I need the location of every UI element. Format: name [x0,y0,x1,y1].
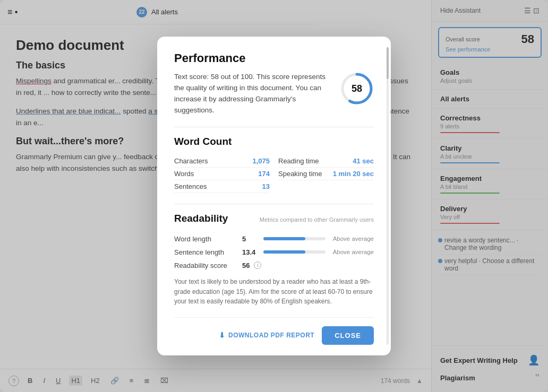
readability-note: Your text is likely to be understood by … [174,277,374,307]
divider-2 [174,204,374,204]
characters-label: Characters [174,157,208,165]
words-label: Words [174,170,194,178]
speaking-time-label: Speaking time [278,170,322,178]
speaking-time-value: 1 min 20 sec [333,170,374,178]
sentence-length-fill [263,250,305,254]
download-icon: ⬇ [219,331,226,339]
stats-left: Characters 1,075 Words 174 Sentences 13 [174,155,270,193]
score-number: 58 [352,83,362,94]
stat-speaking-time: Speaking time 1 min 20 sec [278,168,374,180]
reading-time-label: Reading time [278,157,319,165]
metrics-note: Metrics compared to other Grammarly user… [260,216,374,223]
sentence-length-above: Above average [333,249,374,255]
word-length-value: 5 [242,235,259,243]
stats-right: Reading time 41 sec Speaking time 1 min … [278,155,374,193]
sentence-length-row: Sentence length 13.4 Above average [174,248,374,256]
word-count-heading: Word Count [174,136,374,147]
modal-score-text: Text score: 58 out of 100. This score re… [174,72,340,116]
readability-score-label: Readability score [174,262,238,269]
stat-sentences: Sentences 13 [174,180,270,193]
readability-score-value: 56 [242,262,250,269]
sentences-value: 13 [262,182,270,190]
readability-header: Readability Metrics compared to other Gr… [174,213,374,224]
stat-words: Words 174 [174,168,270,180]
performance-modal: Performance Text score: 58 out of 100. T… [157,37,391,355]
sentence-length-value: 13.4 [242,248,259,256]
download-pdf-button[interactable]: ⬇ DOWNLOAD PDF REPORT [219,331,315,339]
word-length-above: Above average [333,236,374,242]
score-circle: 58 [340,72,374,106]
readability-score-row: Readability score 56 i [174,262,374,269]
modal-score-row: Text score: 58 out of 100. This score re… [174,72,374,116]
modal-footer: ⬇ DOWNLOAD PDF REPORT CLOSE [174,317,374,355]
word-count-grid: Characters 1,075 Words 174 Sentences 13 … [174,155,374,193]
download-label: DOWNLOAD PDF REPORT [228,332,314,339]
sentences-label: Sentences [174,182,207,190]
word-length-fill [263,237,305,240]
stat-reading-time: Reading time 41 sec [278,155,374,168]
word-length-row: Word length 5 Above average [174,235,374,243]
divider-1 [174,127,374,127]
modal-title: Performance [174,51,374,65]
scroll-thumb [387,47,389,79]
word-length-bar [263,237,326,240]
scroll-track [387,47,389,344]
characters-value: 1,075 [252,157,270,165]
modal-overlay[interactable]: Performance Text score: 58 out of 100. T… [0,0,548,392]
reading-time-value: 41 sec [353,157,374,165]
close-button[interactable]: CLOSE [322,326,374,345]
word-length-label: Word length [174,235,238,243]
sentence-length-bar [263,250,326,254]
sentence-length-label: Sentence length [174,248,238,256]
stat-characters: Characters 1,075 [174,155,270,168]
words-value: 174 [258,170,270,178]
info-icon[interactable]: i [254,262,261,269]
readability-heading: Readability [174,213,228,224]
